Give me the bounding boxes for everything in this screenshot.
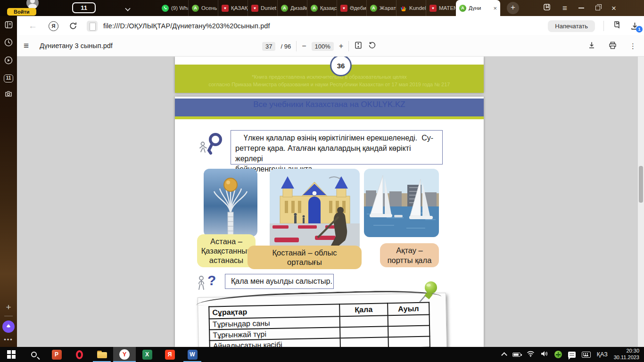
tray-expand-icon[interactable] xyxy=(501,352,507,358)
tabbar-right-controls: ≡ × xyxy=(543,0,616,16)
tab-qazaqstan[interactable]: A Қазақс xyxy=(307,0,337,16)
page-number-input[interactable]: 37 xyxy=(262,42,275,51)
chevron-down-icon[interactable] xyxy=(125,6,130,10)
tab-duniet[interactable]: ♥ Duniet xyxy=(248,0,277,16)
tab-qazaq[interactable]: ♥ ҚАЗАҚ xyxy=(218,0,248,16)
taskbar-powerpoint[interactable]: P xyxy=(45,347,68,362)
pdf-print-icon[interactable] xyxy=(608,41,617,52)
red-book-icon: ♥ xyxy=(251,5,258,12)
downloads-button[interactable]: 1 xyxy=(630,22,639,31)
touch-keyboard-icon[interactable] xyxy=(582,352,591,358)
taskbar-explorer[interactable] xyxy=(91,347,113,362)
bookmarks-panel-icon[interactable] xyxy=(543,3,551,13)
pdf-menu-icon[interactable]: ≡ xyxy=(24,41,29,51)
windows-logo-icon xyxy=(7,350,16,359)
push-pin-icon xyxy=(417,280,438,304)
pdf-right-controls: ⋮ xyxy=(587,36,636,57)
minimize-icon[interactable] xyxy=(578,8,584,8)
new-tab-button[interactable]: + xyxy=(507,2,519,14)
tabs-panel-counter[interactable]: 11 xyxy=(4,74,13,82)
time: 20:30 xyxy=(626,348,639,354)
tab-osen[interactable]: A Осень xyxy=(188,0,218,16)
back-icon[interactable]: ← xyxy=(28,21,37,31)
tab-dizain[interactable]: A Дизайн xyxy=(277,0,307,16)
page-file-icon[interactable] xyxy=(87,21,98,32)
pdf-page-37: Все учебники Казахстана на OKULYK.KZ Үлк… xyxy=(175,97,484,347)
tab-label: Жарать xyxy=(380,5,396,11)
taskbar-search-button[interactable] xyxy=(23,347,45,362)
tab-zharatylys[interactable]: A Жарать xyxy=(366,0,396,16)
pdf-toolbar: ≡ Дүниетану 3 сынып.pdf 37 / 96 − 100% + xyxy=(17,36,644,57)
green-a-icon: A xyxy=(370,5,377,12)
notification-icon[interactable] xyxy=(568,352,576,358)
browser-menu-icon[interactable]: ≡ xyxy=(562,4,567,12)
fit-page-icon[interactable] xyxy=(354,41,363,51)
page-total: / 96 xyxy=(281,43,291,50)
divider xyxy=(348,41,349,51)
zoom-level[interactable]: 100% xyxy=(312,42,334,51)
yandex-browser-icon: Y xyxy=(119,349,130,360)
tab-kundelik[interactable]: Kundeli xyxy=(396,0,426,16)
photo-astana-bayterek xyxy=(204,169,257,237)
video-icon[interactable] xyxy=(4,56,13,67)
yandex-app-icon: Я xyxy=(165,350,175,360)
pdf-download-icon[interactable] xyxy=(587,41,596,51)
tab-label: ҚАЗАҚ xyxy=(231,5,248,11)
antivirus-icon[interactable] xyxy=(554,351,562,358)
opera-icon xyxy=(76,350,83,359)
pdf-page-36: *Книга предоставлена исключительно в обр… xyxy=(175,57,484,93)
red-book-icon: ♥ xyxy=(340,5,347,12)
yandex-button[interactable]: Я xyxy=(49,21,58,31)
sidebar-bottom: + ••• xyxy=(0,303,17,343)
scrollbar-thumb[interactable] xyxy=(639,166,643,203)
restore-icon[interactable] xyxy=(595,6,600,10)
battery-icon[interactable] xyxy=(512,353,520,357)
clock[interactable]: 20:30 30.11.2023 xyxy=(614,348,639,361)
tab-adebiet[interactable]: ♥ Әдебие xyxy=(337,0,366,16)
pdf-title: Дүниетану 3 сынып.pdf xyxy=(40,42,113,49)
tab-whatsapp[interactable]: (9) Wha xyxy=(158,0,188,16)
sidebar-more-icon[interactable]: ••• xyxy=(4,336,13,343)
tab-strip: (9) Wha A Осень ♥ ҚАЗАҚ ♥ Duniet A Дизай… xyxy=(158,0,500,16)
volume-icon[interactable] xyxy=(541,350,548,359)
close-icon[interactable]: × xyxy=(611,4,616,12)
sidebar-panel-icon[interactable] xyxy=(4,20,13,31)
pdf-viewport[interactable]: *Книга предоставлена исключительно в обр… xyxy=(17,57,644,347)
tab-label: Kundeli xyxy=(409,5,426,11)
row-city-cell xyxy=(340,326,388,338)
rotate-icon[interactable] xyxy=(368,41,376,51)
caption-kostanay: Қостанай – облыс орталығы xyxy=(248,246,362,269)
taskbar-yandex-app[interactable]: Я xyxy=(158,347,181,362)
green-a-icon: A xyxy=(459,5,466,12)
login-button[interactable]: Войти xyxy=(7,8,36,16)
address-url[interactable]: file:///D:/ОҚУЛЫҚТАР/Дүниетану%203%20сын… xyxy=(103,22,270,30)
tab-counter-button[interactable]: 11 xyxy=(72,2,96,13)
scrollbar-track[interactable] xyxy=(638,57,644,347)
row-village-cell xyxy=(388,326,429,337)
tab-label: Дүни xyxy=(469,5,481,11)
wifi-icon[interactable] xyxy=(527,350,535,359)
reload-icon[interactable] xyxy=(69,22,77,30)
tab-close-icon[interactable]: × xyxy=(493,5,497,11)
start-button[interactable] xyxy=(0,347,23,362)
sidebar-add-icon[interactable]: + xyxy=(6,303,11,312)
row-village-cell xyxy=(388,315,429,327)
windows-taskbar: P Y X Я W ҚАЗ 20:30 30.11.2023 xyxy=(0,347,644,362)
collections-icon[interactable] xyxy=(612,20,622,32)
screenshot-icon[interactable] xyxy=(4,89,13,100)
history-icon[interactable] xyxy=(4,38,13,49)
print-page-button[interactable]: Напечатать xyxy=(548,20,595,32)
pdf-more-icon[interactable]: ⋮ xyxy=(629,42,636,50)
tab-matem[interactable]: ♥ МАТЕМ xyxy=(426,0,455,16)
zoom-out-button[interactable]: − xyxy=(302,42,306,50)
taskbar-word[interactable]: W xyxy=(181,347,204,362)
tab-dunietanu-active[interactable]: A Дүни × xyxy=(456,0,500,16)
caption-astana: Астана – Қазақстанның астанасы xyxy=(197,234,256,267)
taskbar-yandex-browser[interactable]: Y xyxy=(113,347,136,362)
browser-sidebar: 11 + ••• xyxy=(0,16,17,347)
alice-assistant-icon[interactable] xyxy=(2,321,15,333)
taskbar-excel[interactable]: X xyxy=(136,347,158,362)
language-indicator[interactable]: ҚАЗ xyxy=(597,351,608,358)
taskbar-opera[interactable] xyxy=(68,347,91,362)
zoom-in-button[interactable]: + xyxy=(339,42,343,50)
